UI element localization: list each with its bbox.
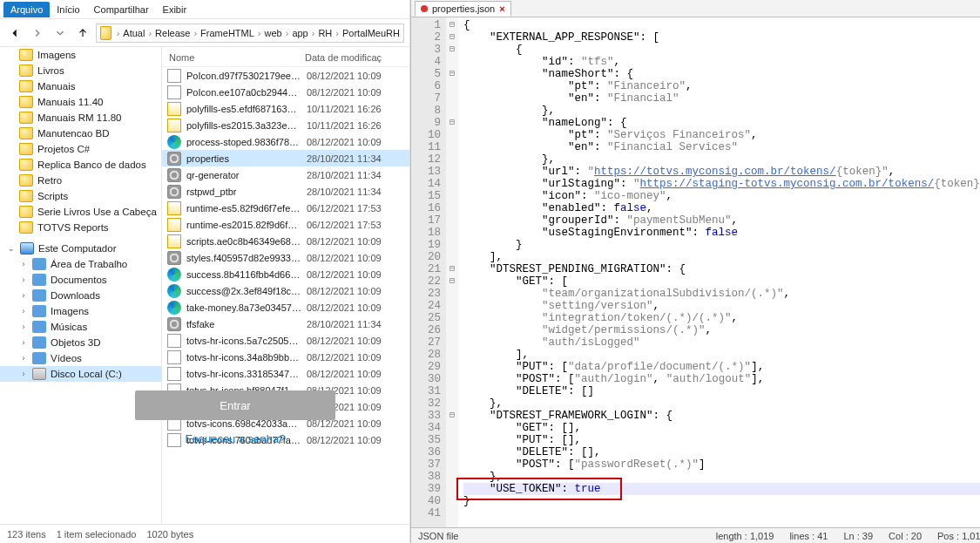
file-row[interactable]: rstpwd_ptbr28/10/2021 11:34 xyxy=(162,183,409,200)
tree-library[interactable]: ›Músicas xyxy=(0,319,161,335)
file-icon xyxy=(167,367,181,381)
menu-compartilhar[interactable]: Compartilhar xyxy=(87,2,156,17)
tab-label: properties.json xyxy=(432,3,495,14)
tree-folder[interactable]: Manuais 11.40 xyxy=(0,94,161,110)
file-icon xyxy=(167,218,181,232)
fold-column[interactable]: ⊟⊟⊟⊟⊟⊟⊟⊟ xyxy=(446,17,458,527)
tree-folder[interactable]: Retro xyxy=(0,173,161,188)
file-row[interactable]: tfsfake28/10/2021 11:34 xyxy=(162,316,409,332)
tree-library[interactable]: ›Área de Trabalho xyxy=(0,256,161,272)
entrar-button[interactable]: Entrar xyxy=(135,390,335,420)
library-icon xyxy=(32,321,46,333)
tree-library[interactable]: ›Downloads xyxy=(0,288,161,303)
file-row[interactable]: scripts.ae0c8b46349e686ba76008/12/2021 1… xyxy=(162,233,409,249)
status-filetype: JSON file xyxy=(418,531,458,541)
file-row[interactable]: totvs-hr-icons.5a7c2505d5e2e1a3beae.eot0… xyxy=(162,332,409,349)
folder-icon xyxy=(19,112,33,124)
tree-disk[interactable]: ›Disco Local (C:) xyxy=(0,366,161,382)
status-size: 1020 bytes xyxy=(146,529,193,540)
folder-icon xyxy=(19,64,33,77)
file-icon xyxy=(167,168,181,182)
file-row[interactable]: success@2x.3ef849f18ccb5be719a08/12/2021… xyxy=(162,282,409,299)
menu-inicio[interactable]: Início xyxy=(50,2,86,17)
file-row[interactable]: polyfills-es5.efdf687163e4f08a834510/11/… xyxy=(162,100,409,117)
file-row[interactable]: PoIcon.ee107a0cb2944ca8ae3408/12/2021 10… xyxy=(162,84,409,100)
folder-icon xyxy=(19,143,33,155)
menu-arquivo[interactable]: Arquivo xyxy=(3,2,50,17)
file-icon xyxy=(167,135,181,149)
tree-library[interactable]: ›Imagens xyxy=(0,303,161,319)
file-icon xyxy=(167,102,181,116)
tree-computer[interactable]: ⌄Este Computador xyxy=(0,241,161,256)
file-icon xyxy=(167,334,181,348)
modified-dot-icon xyxy=(421,5,428,12)
menu-exibir[interactable]: Exibir xyxy=(156,2,194,17)
tree-folder[interactable]: Replica Banco de dados xyxy=(0,157,161,173)
status-lines: lines : 41 xyxy=(789,531,828,541)
tree-library[interactable]: ›Documentos xyxy=(0,272,161,288)
file-icon xyxy=(167,69,181,83)
folder-icon xyxy=(100,26,112,40)
file-row[interactable]: process-stoped.9836f78a2f4df797af4d08/12… xyxy=(162,133,409,150)
folder-icon xyxy=(19,96,33,108)
file-columns[interactable]: Nome Data de modificaç xyxy=(162,47,409,67)
library-icon xyxy=(32,305,46,317)
file-row[interactable]: take-money.8a73e034577ed0b29ef608/12/202… xyxy=(162,299,409,316)
col-name[interactable]: Nome xyxy=(169,52,305,63)
folder-icon xyxy=(19,127,33,139)
file-row[interactable]: totvs-hr-icons.331853478f30ebc049bc08/12… xyxy=(162,365,409,382)
tree-folder[interactable]: Manutencao BD xyxy=(0,126,161,141)
nav-forward-icon[interactable] xyxy=(28,24,47,43)
library-icon xyxy=(32,274,46,286)
esqueceu-senha-link[interactable]: Esqueceu a senha? xyxy=(186,432,286,445)
code-editor: properties.json × 1234567891011121314151… xyxy=(410,0,980,543)
tree-folder[interactable]: TOTVS Reports xyxy=(0,220,161,235)
file-row[interactable]: runtime-es5.82f9d6f7efe063b526a806/12/20… xyxy=(162,200,409,216)
tree-library[interactable]: ›Vídeos xyxy=(0,350,161,366)
code-body[interactable]: { "EXTERNAL_APP_RESPONSE": [ { "id": "tf… xyxy=(458,17,980,527)
tree-library[interactable]: ›Objetos 3D xyxy=(0,335,161,350)
nav-recent-icon[interactable] xyxy=(51,24,70,43)
file-icon xyxy=(167,185,181,199)
line-gutter: 1234567891011121314151617181920212223242… xyxy=(411,17,446,527)
file-icon xyxy=(167,201,181,215)
explorer-navbar: › Atual› Release› FrameHTML› web› app› R… xyxy=(0,19,409,47)
library-icon xyxy=(32,336,46,349)
login-snippet: Entrar Esqueceu a senha? xyxy=(135,390,335,445)
folder-icon xyxy=(19,49,33,61)
editor-tab-properties[interactable]: properties.json × xyxy=(415,1,511,17)
status-selected: 1 item selecionado xyxy=(57,529,137,540)
breadcrumb[interactable]: › Atual› Release› FrameHTML› web› app› R… xyxy=(96,24,404,43)
tree-folder[interactable]: Projetos C# xyxy=(0,141,161,157)
folder-icon xyxy=(19,174,33,187)
tree-folder[interactable]: Serie Livros Use a Cabeça xyxy=(0,204,161,220)
tree-folder[interactable]: Livros xyxy=(0,63,161,78)
file-row[interactable]: success.8b4116fbb4d6691356b708/12/2021 1… xyxy=(162,266,409,282)
nav-back-icon[interactable] xyxy=(5,24,24,43)
tree-folder[interactable]: Manuais RM 11.80 xyxy=(0,110,161,126)
file-row[interactable]: polyfills-es2015.3a323e867905257cff2610/… xyxy=(162,117,409,133)
file-list[interactable]: PoIcon.d97f75302179ee45e4a6.eot08/12/202… xyxy=(162,67,409,524)
status-ln: Ln : 39 xyxy=(843,531,873,541)
tree-folder[interactable]: Scripts xyxy=(0,188,161,204)
file-row[interactable]: PoIcon.d97f75302179ee45e4a6.eot08/12/202… xyxy=(162,67,409,84)
folder-icon xyxy=(19,190,33,202)
file-row[interactable]: totvs-hr-icons.34a8b9bb324126400cf7.woff… xyxy=(162,349,409,365)
nav-up-icon[interactable] xyxy=(73,24,92,43)
file-icon xyxy=(167,119,181,132)
file-row[interactable]: styles.f405957d82e993300ead08/12/2021 10… xyxy=(162,249,409,266)
tree-folder[interactable]: Imagens xyxy=(0,47,161,63)
tree-folder[interactable]: Manuais xyxy=(0,78,161,94)
file-row[interactable]: qr-generator28/10/2021 11:34 xyxy=(162,166,409,183)
file-row[interactable]: runtime-es2015.82f9d6f7efe063b526a806/12… xyxy=(162,216,409,233)
explorer-menubar: Arquivo Início Compartilhar Exibir xyxy=(0,0,409,19)
folder-tree[interactable]: ImagensLivrosManuaisManuais 11.40Manuais… xyxy=(0,47,162,524)
file-icon xyxy=(167,251,181,265)
file-icon xyxy=(167,317,181,331)
folder-icon xyxy=(19,206,33,218)
col-date[interactable]: Data de modificaç xyxy=(305,52,402,63)
close-tab-icon[interactable]: × xyxy=(499,3,504,14)
editor-tabbar: properties.json × xyxy=(411,0,980,17)
file-icon xyxy=(167,152,181,166)
file-row[interactable]: properties28/10/2021 11:34 xyxy=(162,150,409,166)
